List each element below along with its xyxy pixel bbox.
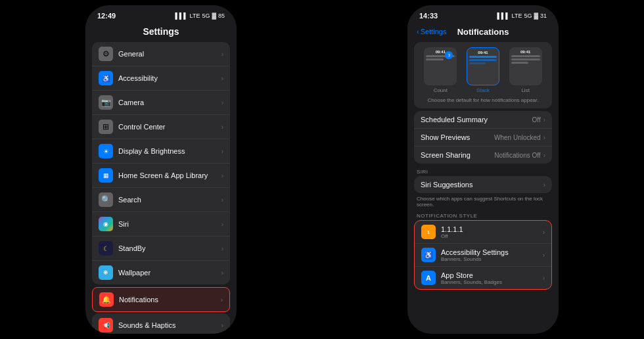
app-store-icon: A bbox=[421, 271, 436, 285]
settings-item-accessibility[interactable]: ♿ Accessibility › bbox=[92, 66, 230, 91]
right-status-bar: 14:33 ▌▌▌ LTE 5G ▓ 31 bbox=[407, 5, 559, 22]
app-store-row[interactable]: A App Store Banners, Sounds, Badges › bbox=[415, 267, 551, 289]
app-store-chevron: › bbox=[543, 275, 545, 282]
siri-section-header: SIRI bbox=[407, 166, 559, 176]
battery-icon: ▓ bbox=[212, 12, 216, 19]
wallpaper-icon: ❋ bbox=[99, 265, 113, 280]
general-label: General bbox=[118, 50, 221, 58]
settings-item-general[interactable]: ⚙ General › bbox=[92, 42, 230, 66]
settings-group-3: 📢 Sounds & Haptics › 🌙 Focus › ⏱ Screen … bbox=[92, 313, 230, 334]
left-phone: 12:49 ▌▌▌ LTE 5G ▓ 85 Settings ⚙ General… bbox=[0, 0, 322, 339]
right-signal-icon: ▌▌▌ bbox=[497, 12, 509, 19]
stack-label: Stack bbox=[476, 87, 490, 93]
preview-stack-card: 09:41 bbox=[467, 47, 499, 85]
preview-stack-lines bbox=[469, 56, 497, 64]
notification-preview-section: 09:41 3 Count 09:41 bbox=[414, 42, 552, 108]
list-line-3 bbox=[511, 62, 528, 64]
notifications-icon: 🔔 bbox=[99, 292, 114, 307]
settings-item-camera[interactable]: 📷 Camera › bbox=[92, 91, 230, 115]
screen-sharing-label: Screen Sharing bbox=[421, 151, 494, 159]
settings-item-siri[interactable]: ◉ Siri › bbox=[92, 212, 230, 237]
preview-stack-time: 09:41 bbox=[478, 51, 488, 55]
stack-line-2 bbox=[469, 59, 497, 61]
scheduled-summary-row[interactable]: Scheduled Summary Off › bbox=[414, 111, 552, 129]
settings-item-control-center[interactable]: ⊞ Control Center › bbox=[92, 115, 230, 139]
back-label: Settings bbox=[421, 28, 447, 35]
settings-item-display[interactable]: ☀ Display & Brightness › bbox=[92, 139, 230, 164]
accessibility-settings-sub: Banners, Sounds bbox=[441, 256, 543, 262]
right-battery-level: 31 bbox=[540, 12, 547, 19]
camera-chevron: › bbox=[221, 99, 223, 106]
right-time: 14:33 bbox=[419, 12, 438, 20]
notifications-chevron: › bbox=[221, 296, 223, 304]
sounds-icon: 📢 bbox=[99, 318, 113, 332]
camera-icon: 📷 bbox=[99, 95, 113, 110]
list-label: List bbox=[521, 87, 529, 93]
accessibility-settings-name: Accessibility Settings bbox=[441, 248, 543, 256]
preview-count-option[interactable]: 09:41 3 Count bbox=[424, 47, 457, 93]
count-label: Count bbox=[434, 87, 448, 93]
accessibility-settings-icon: ♿ bbox=[421, 248, 436, 262]
show-previews-row[interactable]: Show Previews When Unlocked › bbox=[414, 129, 552, 147]
home-screen-icon: ▦ bbox=[99, 168, 113, 183]
app-store-name: App Store bbox=[441, 271, 543, 279]
settings-item-search[interactable]: 🔍 Search › bbox=[92, 188, 230, 212]
siri-group: Siri Suggestions › bbox=[414, 176, 552, 193]
wallpaper-label: Wallpaper bbox=[118, 269, 221, 277]
show-previews-value: When Unlocked bbox=[494, 134, 541, 141]
battery-level: 85 bbox=[218, 12, 225, 19]
control-center-label: Control Center bbox=[118, 123, 221, 131]
show-previews-chevron: › bbox=[543, 134, 545, 141]
standby-label: StandBy bbox=[118, 244, 221, 252]
siri-suggestions-label: Siri Suggestions bbox=[421, 181, 543, 189]
accessibility-settings-info: Accessibility Settings Banners, Sounds bbox=[441, 248, 543, 262]
app-111-row[interactable]: 1 1.1.1.1 Off › bbox=[415, 221, 551, 244]
scheduled-summary-label: Scheduled Summary bbox=[421, 116, 532, 124]
scheduled-summary-chevron: › bbox=[543, 116, 545, 124]
notif-style-group: 1 1.1.1.1 Off › ♿ Accessibility Settings… bbox=[414, 220, 552, 290]
standby-chevron: › bbox=[221, 245, 223, 252]
right-status-icons: ▌▌▌ LTE 5G ▓ 31 bbox=[497, 12, 547, 19]
show-previews-label: Show Previews bbox=[421, 133, 494, 141]
preview-list-option[interactable]: 09:41 List bbox=[509, 47, 542, 93]
app-111-sub: Off bbox=[441, 233, 543, 239]
settings-item-home-screen[interactable]: ▦ Home Screen & App Library › bbox=[92, 164, 230, 188]
app-111-icon: 1 bbox=[421, 225, 436, 239]
display-icon: ☀ bbox=[99, 144, 113, 158]
notifications-header: ‹ Settings Notifications bbox=[407, 22, 559, 39]
back-chevron: ‹ bbox=[417, 28, 419, 35]
accessibility-label: Accessibility bbox=[118, 74, 221, 82]
settings-item-wallpaper[interactable]: ❋ Wallpaper › bbox=[92, 261, 230, 284]
notifications-label: Notifications bbox=[119, 296, 221, 304]
list-line-1 bbox=[511, 55, 540, 57]
wallpaper-chevron: › bbox=[221, 269, 223, 277]
settings-item-standby[interactable]: ☾ StandBy › bbox=[92, 237, 230, 261]
preview-count-card: 09:41 3 bbox=[424, 47, 457, 85]
accessibility-settings-row[interactable]: ♿ Accessibility Settings Banners, Sounds… bbox=[415, 244, 551, 267]
preview-stack-option[interactable]: 09:41 Stack bbox=[467, 47, 499, 93]
notifications-page-title: Notifications bbox=[457, 27, 509, 37]
right-phone-screen: 14:33 ▌▌▌ LTE 5G ▓ 31 ‹ Settings Notific… bbox=[407, 5, 559, 334]
preview-list-lines bbox=[511, 55, 540, 64]
screen-sharing-row[interactable]: Screen Sharing Notifications Off › bbox=[414, 147, 552, 164]
accessibility-chevron: › bbox=[221, 75, 223, 82]
list-line-2 bbox=[511, 58, 540, 60]
right-battery-icon: ▓ bbox=[534, 12, 538, 19]
left-status-icons: ▌▌▌ LTE 5G ▓ 85 bbox=[175, 12, 225, 19]
right-lte-band: 5G bbox=[524, 12, 532, 19]
settings-title: Settings bbox=[85, 22, 237, 42]
preview-time: 09:41 bbox=[436, 50, 446, 54]
sounds-chevron: › bbox=[221, 322, 223, 329]
stack-line-1 bbox=[469, 56, 497, 58]
settings-item-sounds[interactable]: 📢 Sounds & Haptics › bbox=[92, 313, 230, 334]
svg-text:1: 1 bbox=[427, 230, 430, 235]
siri-description: Choose which apps can suggest Shortcuts … bbox=[407, 194, 559, 210]
siri-suggestions-chevron: › bbox=[543, 181, 545, 189]
app-111-name: 1.1.1.1 bbox=[441, 225, 543, 233]
siri-suggestions-row[interactable]: Siri Suggestions › bbox=[414, 176, 552, 193]
app-store-sub: Banners, Sounds, Badges bbox=[441, 279, 543, 285]
accessibility-icon: ♿ bbox=[99, 71, 113, 85]
preview-description: Choose the default for how notifications… bbox=[419, 97, 547, 103]
settings-item-notifications[interactable]: 🔔 Notifications › bbox=[92, 287, 230, 312]
back-button[interactable]: ‹ Settings bbox=[417, 28, 446, 35]
